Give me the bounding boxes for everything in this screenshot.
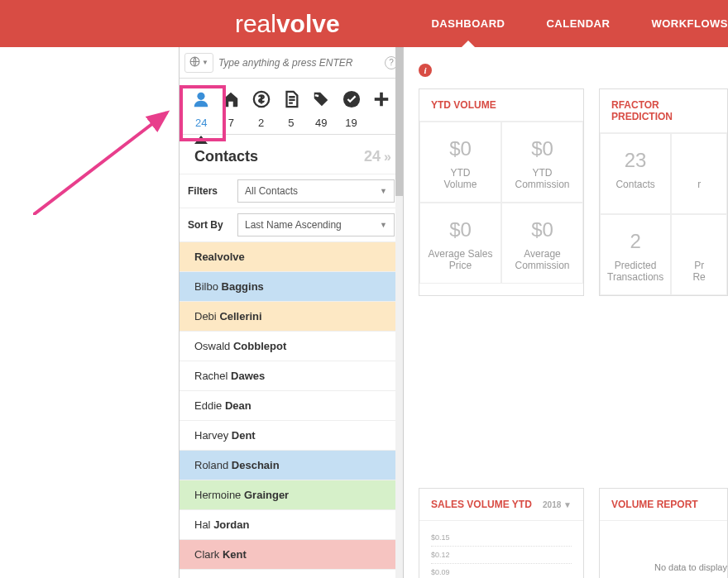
document-icon	[282, 90, 300, 112]
sort-value: Last Name Ascending	[245, 219, 342, 231]
sidebar-scrollbar[interactable]	[395, 47, 403, 578]
tag-icon	[312, 90, 330, 112]
tab-tasks-count: 19	[345, 117, 357, 129]
nav-workflows[interactable]: WORKFLOWS	[651, 0, 728, 47]
svg-point-2	[198, 93, 205, 100]
tab-tags[interactable]: 49	[306, 90, 336, 129]
top-nav: DASHBOARD CALENDAR WORKFLOWS	[398, 0, 728, 47]
volume-report-widget: VOLUME REPORT No data to display	[599, 488, 728, 578]
rfactor-cell-partial-top: r	[671, 133, 727, 214]
tab-deals-count: 2	[258, 117, 264, 129]
list-item[interactable]: Rachel Dawes	[180, 361, 403, 391]
sales-chart-title: SALES VOLUME YTD	[431, 499, 532, 510]
home-icon	[222, 90, 240, 112]
tab-properties[interactable]: 7	[216, 90, 246, 129]
nav-dashboard-label: DASHBOARD	[431, 17, 505, 30]
rfactor-widget-title: RFACTOR PREDICTION	[600, 89, 727, 133]
plus-icon	[372, 90, 390, 112]
caret-down-icon: ▼	[380, 221, 387, 229]
list-item[interactable]: Eddie Dean	[180, 391, 403, 421]
ytd-commission-value: $0	[509, 137, 576, 160]
sidebar: ▼ ? 24 7 2 5	[179, 47, 404, 578]
dollar-icon	[252, 90, 271, 112]
person-icon	[192, 90, 210, 112]
ytd-cell-avg-price: $0 Average Sales Price	[419, 203, 501, 284]
rfactor-predicted-value: 2	[607, 230, 663, 253]
search-input[interactable]	[218, 57, 380, 69]
dashboard-main: i YTD VOLUME $0 YTD Volume $0 YTD Commis…	[404, 47, 728, 578]
list-item[interactable]: Debi Cellerini	[180, 302, 403, 332]
contacts-count[interactable]: 24 »	[364, 148, 391, 165]
app-logo[interactable]: realvolve	[176, 0, 398, 47]
list-item[interactable]: Hal Jordan	[180, 510, 403, 540]
ytd-volume-value: $0	[427, 137, 494, 160]
active-tab-caret-icon	[194, 136, 208, 144]
tab-documents[interactable]: 5	[276, 90, 306, 129]
chevrons-right-icon: »	[384, 150, 391, 165]
widgets-row-bottom: SALES VOLUME YTD 2018 ▼ $0.15 $0.12 $0.0…	[419, 488, 728, 578]
year-selector[interactable]: 2018 ▼	[543, 500, 572, 509]
info-icon[interactable]: i	[419, 64, 432, 77]
left-gutter	[0, 47, 179, 578]
ytd-volume-widget: YTD VOLUME $0 YTD Volume $0 YTD Commissi…	[419, 88, 584, 296]
nav-calendar-label: CALENDAR	[546, 17, 610, 30]
ytd-cell-commission: $0 YTD Commission	[501, 122, 583, 203]
entity-tabs: 24 7 2 5 49 19	[180, 79, 403, 135]
caret-down-icon: ▼	[380, 187, 387, 195]
ytd-widget-title: YTD VOLUME	[419, 89, 583, 122]
chart-tick: $0.15	[431, 529, 572, 547]
tab-deals[interactable]: 2	[247, 90, 276, 129]
scrollbar-thumb[interactable]	[395, 47, 403, 196]
nav-dashboard[interactable]: DASHBOARD	[431, 0, 505, 47]
check-circle-icon	[342, 90, 361, 112]
volume-report-title: VOLUME REPORT	[600, 489, 727, 521]
chart-tick: $0.12	[431, 547, 572, 564]
nav-workflows-label: WORKFLOWS	[651, 17, 728, 30]
filters-label: Filters	[188, 185, 229, 197]
tab-tasks[interactable]: 19	[337, 90, 366, 129]
tab-properties-count: 7	[228, 117, 234, 129]
tab-contacts-count: 24	[195, 117, 207, 129]
contacts-heading-row: Contacts 24 »	[180, 135, 403, 174]
svg-point-4	[317, 95, 319, 98]
caret-down-icon: ▼	[202, 59, 208, 66]
list-item[interactable]: Clark Kent	[180, 540, 403, 570]
filters-dropdown[interactable]: All Contacts ▼	[237, 179, 395, 203]
chart-tick: $0.09	[431, 564, 572, 578]
nav-calendar[interactable]: CALENDAR	[546, 0, 610, 47]
contact-list: Realvolve Bilbo Baggins Debi Cellerini O…	[180, 242, 403, 578]
volume-report-empty: No data to display	[600, 521, 727, 578]
tab-tags-count: 49	[315, 117, 327, 129]
rfactor-cell-predicted: 2 Predicted Transactions	[600, 214, 671, 295]
contacts-count-value: 24	[364, 148, 381, 165]
rfactor-cell-contacts: 23 Contacts	[600, 133, 671, 214]
svg-rect-7	[375, 98, 389, 101]
sales-volume-chart-widget: SALES VOLUME YTD 2018 ▼ $0.15 $0.12 $0.0…	[419, 488, 584, 578]
tab-add-count	[380, 117, 383, 129]
rfactor-widget: RFACTOR PREDICTION 23 Contacts r 2	[599, 88, 728, 296]
list-item[interactable]: Bilbo Baggins	[180, 272, 403, 302]
ytd-avg-commission-value: $0	[509, 218, 576, 241]
list-item[interactable]: Realvolve	[180, 242, 403, 272]
widgets-row-top: YTD VOLUME $0 YTD Volume $0 YTD Commissi…	[419, 88, 728, 296]
rfactor-contacts-value: 23	[607, 149, 663, 172]
contacts-heading: Contacts	[194, 148, 258, 165]
rfactor-cell-partial-bottom: Pr Re	[671, 214, 727, 295]
search-scope-button[interactable]: ▼	[184, 53, 213, 73]
sales-chart-header: SALES VOLUME YTD 2018 ▼	[419, 489, 583, 521]
tab-contacts[interactable]: 24	[186, 90, 216, 129]
list-item[interactable]: Oswald Cobblepot	[180, 332, 403, 361]
header-spacer	[0, 0, 176, 47]
list-item[interactable]: Roland Deschain	[180, 451, 403, 480]
list-item[interactable]: Ben Kingsley	[180, 570, 403, 578]
list-item[interactable]: Harvey Dent	[180, 421, 403, 451]
sort-row: Sort By Last Name Ascending ▼	[180, 208, 403, 242]
ytd-avg-price-value: $0	[427, 218, 494, 241]
logo-text-light: real	[235, 10, 276, 38]
sales-chart-body: $0.15 $0.12 $0.09 $0.06	[419, 521, 583, 578]
list-item[interactable]: Hermoine Grainger	[180, 480, 403, 510]
tab-add[interactable]	[366, 90, 396, 129]
ytd-cell-avg-commission: $0 Average Commission	[501, 203, 583, 284]
sort-dropdown[interactable]: Last Name Ascending ▼	[237, 213, 395, 236]
ytd-cell-volume: $0 YTD Volume	[419, 122, 501, 203]
